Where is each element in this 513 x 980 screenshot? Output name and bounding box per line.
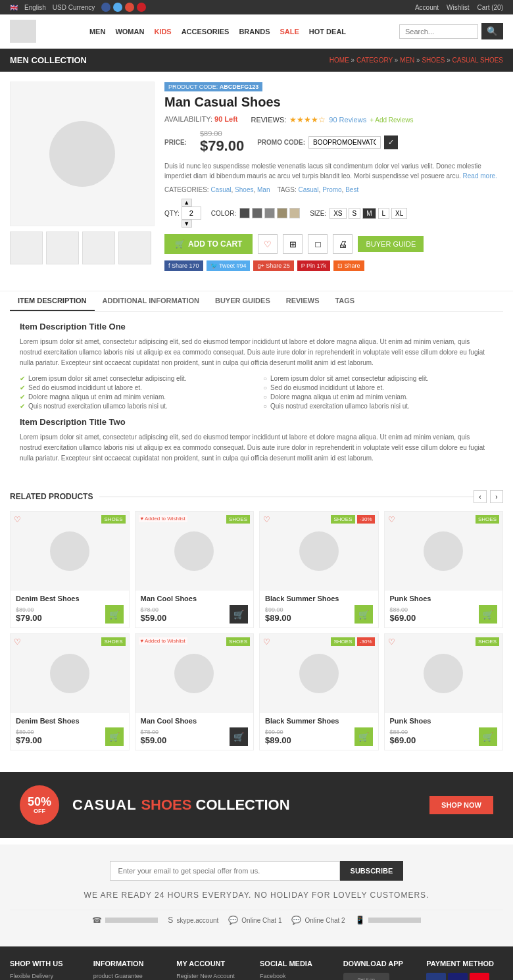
thumb-3[interactable] [82, 232, 115, 264]
card-body-7: Black Summer Shoes $99.00 $89.00 🛒 [260, 713, 378, 750]
subscribe-button[interactable]: SUBSCRIBE [340, 861, 404, 881]
compare-button[interactable]: ⊞ [283, 234, 303, 254]
nav-men[interactable]: MEN [89, 28, 105, 36]
payment-mc [470, 973, 489, 980]
swatch-1[interactable] [239, 208, 250, 218]
card-wishlist-3[interactable]: ♡ [263, 515, 270, 524]
nav-kids[interactable]: KIDS [154, 28, 171, 36]
cat-casual[interactable]: Casual [210, 186, 231, 193]
promo-apply-button[interactable]: ✓ [384, 135, 398, 149]
currency-selector[interactable]: USD Currency [53, 4, 95, 11]
card-wishlist-8[interactable]: ♡ [388, 637, 395, 647]
swatch-2[interactable] [252, 208, 262, 218]
size-l[interactable]: L [378, 208, 390, 219]
size-s[interactable]: S [349, 208, 361, 219]
nav-accesories[interactable]: ACCESORIES [182, 28, 230, 36]
read-more-link[interactable]: Read more. [463, 172, 497, 180]
cat-shoes[interactable]: Shoes [235, 186, 253, 193]
wishlist-button[interactable]: ♡ [258, 234, 278, 254]
search-button[interactable]: 🔍 [481, 23, 503, 39]
thumb-4[interactable] [118, 232, 151, 264]
card-add-cart-8[interactable]: 🛒 [479, 727, 497, 746]
card-add-cart-2[interactable]: 🛒 [230, 605, 248, 624]
buyer-guide-button[interactable]: BUYER GUIDE [358, 236, 424, 252]
tab-reviews[interactable]: REVIEWS [278, 291, 328, 311]
size-xl[interactable]: XL [391, 208, 407, 219]
nav-hotdeal[interactable]: HOT DEAL [309, 28, 346, 36]
sh-share[interactable]: ⊡ Share [333, 260, 364, 271]
tab-additional-info[interactable]: ADDITIONAL INFORMATION [95, 291, 207, 311]
card-add-cart-7[interactable]: 🛒 [354, 727, 373, 746]
thumb-1[interactable] [10, 232, 43, 264]
card-wishlist-1[interactable]: ♡ [14, 515, 21, 524]
tag-casual[interactable]: Casual [298, 186, 318, 193]
footer-register[interactable]: Register New Account [176, 973, 253, 979]
card-price-row-8: $88.00 $69.00 🛒 [390, 727, 498, 746]
tab-item-description[interactable]: ITEM DESCRIPTION [10, 291, 95, 311]
thumb-2[interactable] [46, 232, 79, 264]
swatch-4[interactable] [277, 208, 287, 218]
account-link[interactable]: Account [415, 4, 439, 11]
search-input[interactable] [399, 24, 478, 39]
breadcrumb-category[interactable]: CATEGORY [356, 57, 393, 64]
social-fb[interactable] [101, 3, 110, 12]
google-play-badge[interactable]: Get it on Google Play [343, 973, 389, 980]
footer-guarantee[interactable]: product Guarantee [93, 973, 170, 979]
size-m[interactable]: M [362, 208, 376, 219]
card-add-cart-3[interactable]: 🛒 [354, 605, 373, 624]
card-badge-4: SHOES [476, 515, 499, 524]
nav-woman[interactable]: WOMAN [115, 28, 144, 36]
tw-share[interactable]: 🐦 Tweet #94 [207, 260, 251, 271]
card-price-3: $89.00 [265, 613, 291, 623]
social-gp[interactable] [125, 3, 134, 12]
card-wishlist-added-6[interactable]: ♥ Added to Wishlist [139, 637, 187, 645]
tab-tags[interactable]: TAGS [327, 291, 362, 311]
qty-input[interactable] [182, 207, 201, 220]
qty-up[interactable]: ▲ [182, 199, 192, 207]
wishlist-link[interactable]: Wishlist [447, 4, 469, 11]
swatch-3[interactable] [264, 208, 275, 218]
fb-share[interactable]: f Share 170 [164, 260, 203, 271]
footer-flexible[interactable]: Flexible Delivery [10, 973, 87, 979]
swatch-5[interactable] [289, 208, 300, 218]
language-selector[interactable]: English [24, 4, 46, 11]
cat-man[interactable]: Man [257, 186, 270, 193]
social-pi[interactable] [137, 3, 146, 12]
review-count[interactable]: 90 Reviews [329, 116, 366, 124]
promo-input[interactable] [308, 136, 381, 149]
cart-link[interactable]: Cart (20) [477, 4, 503, 11]
share-button[interactable]: □ [308, 234, 328, 254]
nav-sale[interactable]: SALE [280, 28, 299, 36]
card-add-cart-6[interactable]: 🛒 [230, 727, 248, 746]
card-wishlist-4[interactable]: ♡ [388, 515, 395, 524]
shop-now-button[interactable]: SHOP NOW [429, 796, 493, 814]
breadcrumb-home[interactable]: HOME [330, 57, 349, 64]
categories-row: CATEGORIES: Casual, Shoes, Man TAGS: Cas… [164, 186, 503, 193]
next-arrow[interactable]: › [490, 490, 503, 503]
card-add-cart-5[interactable]: 🛒 [105, 727, 124, 746]
print-button[interactable]: 🖨 [333, 234, 353, 254]
card-add-cart-4[interactable]: 🛒 [479, 605, 497, 624]
pi-share[interactable]: P Pin 17k [297, 260, 330, 271]
add-review-link[interactable]: + Add Reviews [370, 116, 413, 124]
tag-best[interactable]: Best [345, 186, 358, 193]
tab-buyer-guides[interactable]: BUYER GUIDES [207, 291, 278, 311]
size-xs[interactable]: XS [330, 208, 346, 219]
footer-facebook[interactable]: Facebook [260, 973, 337, 979]
card-wishlist-5[interactable]: ♡ [14, 637, 21, 647]
card-wishlist-added-2[interactable]: ♥ Added to Wishlist [139, 515, 187, 522]
card-badge-8: SHOES [476, 637, 499, 646]
tag-promo[interactable]: Promo [322, 186, 341, 193]
breadcrumb-men[interactable]: MEN [400, 57, 414, 64]
prev-arrow[interactable]: ‹ [474, 490, 487, 503]
payment-paypal [426, 973, 446, 980]
nav-brands[interactable]: BRANDS [239, 28, 270, 36]
add-to-cart-button[interactable]: 🛒 ADD TO CART [164, 234, 253, 254]
card-wishlist-7[interactable]: ♡ [263, 637, 270, 647]
card-add-cart-1[interactable]: 🛒 [105, 605, 124, 624]
gp-share[interactable]: g+ Share 25 [253, 260, 293, 271]
email-input[interactable] [110, 861, 340, 881]
social-tw[interactable] [113, 3, 122, 12]
qty-down[interactable]: ▼ [182, 220, 192, 228]
breadcrumb-shoes[interactable]: SHOES [422, 57, 445, 64]
